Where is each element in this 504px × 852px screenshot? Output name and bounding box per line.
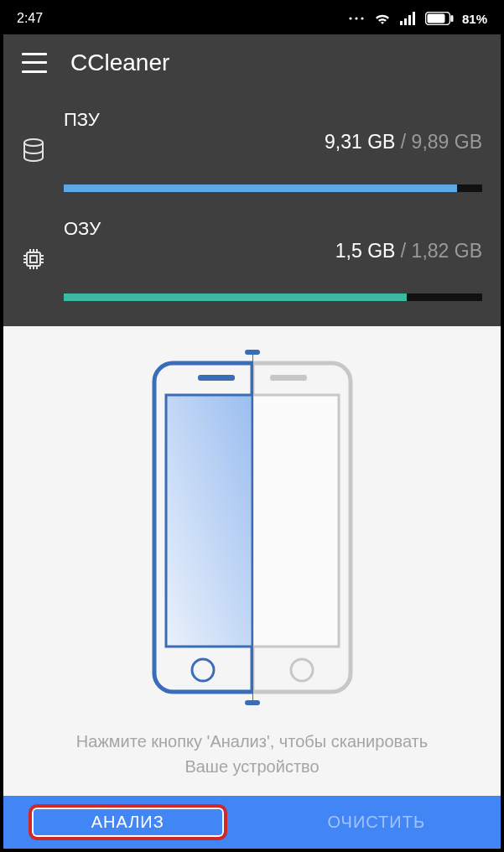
storage-label: ПЗУ [64, 109, 100, 131]
svg-point-30 [291, 659, 313, 681]
svg-point-0 [349, 18, 351, 20]
more-dots-icon [348, 15, 365, 22]
svg-rect-9 [450, 15, 453, 22]
storage-body: ПЗУ 9,31 GB / 9,89 GB [64, 108, 482, 192]
storage-row[interactable]: ПЗУ 9,31 GB / 9,89 GB [22, 108, 482, 192]
storage-bar [64, 184, 482, 192]
app-bar: CCleaner [3, 34, 501, 91]
status-bar: 2:47 81% [3, 3, 501, 34]
svg-rect-5 [408, 15, 411, 25]
storage-sep: / [395, 131, 411, 153]
app-frame: 2:47 81% CCleaner [0, 0, 504, 852]
ram-total: 1,82 GB [412, 240, 482, 262]
ram-bar [64, 294, 482, 301]
battery-percent: 81% [462, 12, 487, 26]
battery-icon [425, 12, 454, 25]
ram-row[interactable]: ОЗУ 1,5 GB / 1,82 GB [22, 217, 482, 301]
scan-line [252, 351, 253, 704]
storage-bar-fill [64, 184, 457, 192]
svg-point-27 [192, 659, 214, 681]
ram-label: ОЗУ [64, 218, 101, 240]
phone-illustration [148, 360, 357, 695]
ram-bar-fill [64, 294, 407, 301]
ram-icon [22, 247, 45, 271]
cell-signal-icon [400, 12, 417, 25]
storage-icon [22, 138, 45, 162]
bottom-bar: АНАЛИЗ ОЧИСТИТЬ [3, 796, 501, 849]
wifi-icon [373, 11, 392, 26]
svg-rect-4 [404, 18, 407, 25]
status-right: 81% [348, 11, 487, 26]
app-title: CCleaner [70, 49, 169, 76]
hint-line-1: Нажмите кнопку 'Анализ', чтобы сканирова… [76, 729, 428, 754]
menu-icon[interactable] [22, 53, 47, 73]
status-time: 2:47 [17, 11, 43, 26]
ram-body: ОЗУ 1,5 GB / 1,82 GB [64, 217, 482, 301]
svg-rect-29 [270, 375, 307, 381]
svg-point-2 [361, 18, 363, 20]
storage-total: 9,89 GB [412, 131, 482, 153]
svg-rect-25 [166, 395, 252, 647]
svg-rect-6 [413, 12, 415, 25]
svg-rect-11 [27, 252, 40, 266]
svg-point-10 [24, 139, 43, 146]
svg-point-1 [355, 18, 357, 20]
scan-cap-bottom [245, 700, 260, 705]
storage-used: 9,31 GB [325, 131, 395, 153]
scan-cap-top [245, 350, 260, 355]
ram-used: 1,5 GB [335, 240, 396, 262]
stats-panel: ПЗУ 9,31 GB / 9,89 GB ОЗУ 1,5 GB / 1,82 … [3, 91, 501, 326]
svg-rect-3 [400, 21, 403, 25]
main-area: Нажмите кнопку 'Анализ', чтобы сканирова… [3, 326, 501, 796]
clean-button[interactable]: ОЧИСТИТЬ [252, 796, 501, 849]
hint-text: Нажмите кнопку 'Анализ', чтобы сканирова… [76, 729, 428, 779]
ram-sep: / [395, 240, 411, 262]
svg-rect-26 [198, 375, 235, 381]
svg-rect-12 [30, 256, 37, 262]
svg-rect-8 [427, 14, 444, 23]
analyze-button[interactable]: АНАЛИЗ [3, 796, 252, 849]
hint-line-2: Ваше устройство [76, 754, 428, 779]
svg-rect-28 [252, 395, 339, 647]
